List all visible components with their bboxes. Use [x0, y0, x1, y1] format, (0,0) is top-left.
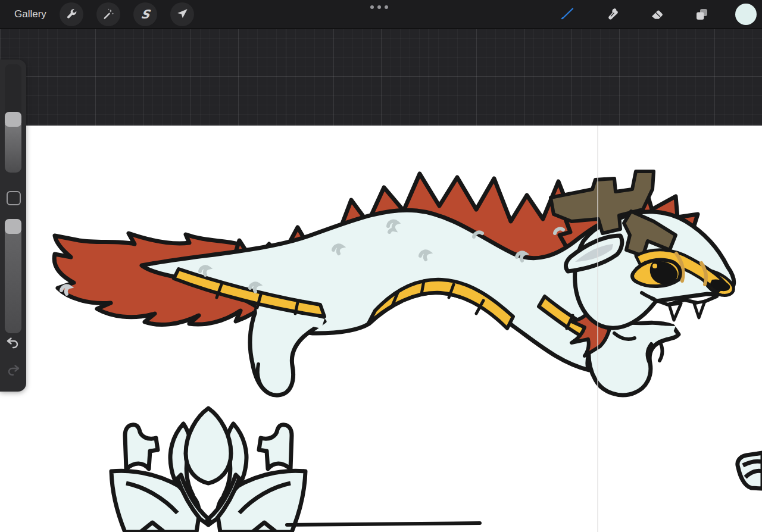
actions-button[interactable] [60, 2, 83, 26]
brush-sidebar [0, 60, 26, 392]
redo-button[interactable] [6, 364, 20, 378]
sketch-corner-paw [738, 453, 762, 489]
opacity-fill [5, 232, 21, 333]
color-swatch [734, 2, 758, 26]
sketch-crest-lineart [111, 408, 305, 532]
transform-arrow-icon [176, 8, 189, 21]
layers-icon [695, 7, 709, 21]
selection-s-icon: S [140, 7, 151, 21]
redo-icon [6, 364, 20, 378]
dragon-fangs [669, 301, 705, 320]
drawing-canvas[interactable] [0, 126, 762, 532]
smudge-tool-button[interactable] [601, 2, 624, 26]
dot [377, 5, 381, 9]
transform-button[interactable] [170, 2, 194, 26]
brush-size-fill [5, 124, 21, 173]
dot [385, 5, 388, 9]
layers-button[interactable] [690, 2, 714, 26]
selection-button[interactable]: S [133, 2, 157, 26]
smudge-icon [605, 7, 620, 21]
brush-size-handle[interactable] [5, 112, 21, 127]
eraser-icon [650, 7, 664, 21]
adjustments-button[interactable] [96, 2, 120, 26]
paint-tool-button[interactable] [555, 2, 579, 26]
erase-tool-button[interactable] [645, 2, 669, 26]
opacity-handle[interactable] [5, 219, 21, 234]
pupil-highlight [652, 264, 657, 268]
procreate-canvas-screen: { "toolbar": { "gallery_label": "Gallery… [0, 0, 762, 532]
color-button[interactable] [734, 2, 758, 26]
top-toolbar: Gallery S [0, 0, 762, 29]
undo-button[interactable] [6, 337, 20, 351]
brush-icon [560, 7, 575, 22]
artwork-dragon [0, 126, 762, 532]
wrench-icon [65, 8, 78, 21]
undo-icon [6, 337, 20, 351]
canvas-options-button[interactable] [370, 5, 388, 9]
sketch-horizontal-line [287, 523, 480, 525]
magic-wand-icon [102, 8, 115, 21]
gallery-button[interactable]: Gallery [14, 0, 46, 29]
dot [370, 5, 374, 9]
modify-button[interactable] [7, 191, 21, 205]
